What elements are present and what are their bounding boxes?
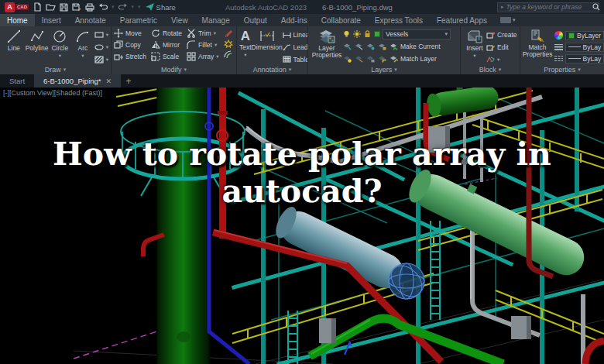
move-button[interactable]: Move: [114, 28, 146, 39]
tab-view[interactable]: View: [164, 14, 195, 26]
color-wheel-icon[interactable]: [554, 31, 563, 39]
offset-icon[interactable]: [224, 50, 233, 59]
rotate-button[interactable]: Rotate: [151, 28, 182, 39]
hatch-dropdown-icon[interactable]: ▾: [106, 57, 108, 63]
drawing-viewport[interactable]: [-][Custom View][Shaded (Fast)]: [0, 88, 604, 364]
lineweight-icon[interactable]: [554, 43, 563, 50]
new-file-icon[interactable]: [33, 2, 42, 12]
circle-button[interactable]: Circle ▾: [48, 28, 71, 64]
create-block-button[interactable]: Create: [486, 30, 517, 40]
hatch-icon[interactable]: [94, 56, 104, 64]
layer-lock-icon[interactable]: [364, 30, 371, 38]
linetype-icon[interactable]: [554, 55, 563, 62]
arc-button[interactable]: Arc ▾: [71, 28, 94, 64]
save-as-icon[interactable]: [72, 3, 81, 12]
viewport-controls[interactable]: [-][Custom View][Shaded (Fast)]: [3, 89, 102, 97]
linetype-dropdown[interactable]: ByLay: [565, 54, 604, 64]
match-layer-button[interactable]: Match Layer: [400, 53, 437, 64]
arc-dropdown-icon[interactable]: ▾: [81, 53, 84, 59]
search-icon[interactable]: [592, 3, 600, 11]
object-color-dropdown[interactable]: ByLayer: [565, 31, 604, 40]
layer-tool-icon[interactable]: [343, 43, 352, 50]
search-input[interactable]: [506, 3, 590, 11]
help-search[interactable]: ▸: [497, 2, 599, 12]
plot-icon[interactable]: [85, 3, 94, 12]
layer-tool-icon[interactable]: [355, 43, 363, 50]
layer-tool-icon[interactable]: [355, 55, 363, 63]
dimension-button[interactable]: Dimension: [252, 28, 283, 64]
layer-tool-icon[interactable]: [378, 43, 386, 50]
share-button[interactable]: Share: [146, 3, 176, 12]
match-properties-button[interactable]: Match Properties: [523, 28, 552, 64]
insert-dropdown-icon[interactable]: ▾: [473, 53, 475, 59]
linear-button[interactable]: Linear▾: [283, 30, 307, 40]
undo-icon[interactable]: [98, 3, 108, 11]
fillet-dropdown-icon[interactable]: ▾: [214, 42, 217, 48]
array-dropdown-icon[interactable]: ▾: [216, 53, 218, 60]
rectangle-dropdown-icon[interactable]: ▾: [106, 32, 108, 38]
tab-start[interactable]: Start: [0, 74, 34, 88]
save-icon[interactable]: [60, 3, 68, 12]
scale-button[interactable]: Scale: [151, 51, 182, 62]
tab-express-tools[interactable]: Express Tools: [368, 14, 430, 26]
redo-icon[interactable]: [118, 3, 128, 11]
copy-button[interactable]: Copy: [114, 39, 146, 50]
block-attributes-icon[interactable]: [486, 56, 495, 63]
fillet-button[interactable]: Fillet▾: [187, 39, 219, 50]
mirror-button[interactable]: Mirror: [151, 39, 182, 50]
ribbon-display-toggle[interactable]: ▾: [494, 14, 522, 26]
insert-button[interactable]: Insert ▾: [463, 28, 486, 64]
tab-featured-apps[interactable]: Featured Apps: [430, 14, 494, 26]
layers-panel-label[interactable]: Layers▾: [308, 64, 460, 74]
qat-customize-icon[interactable]: ▾: [138, 4, 141, 10]
edit-block-button[interactable]: Edit: [486, 43, 517, 53]
tab-collaborate[interactable]: Collaborate: [314, 14, 368, 26]
close-tab-icon[interactable]: ✕: [106, 77, 112, 85]
text-dropdown-icon[interactable]: ▾: [244, 53, 246, 58]
line-button[interactable]: Line: [2, 28, 26, 64]
trim-button[interactable]: Trim▾: [187, 28, 219, 39]
layer-freeze-sun-icon[interactable]: [353, 30, 361, 38]
new-drawing-tab-button[interactable]: +: [121, 74, 136, 88]
redo-dropdown-icon[interactable]: ▾: [132, 4, 135, 10]
text-button[interactable]: A Text ▾: [239, 28, 252, 64]
polyline-button[interactable]: Polyline: [26, 28, 49, 64]
layer-tool-icon[interactable]: [343, 55, 352, 63]
circle-dropdown-icon[interactable]: ▾: [59, 53, 61, 59]
layer-on-bulb-icon[interactable]: [343, 30, 350, 38]
tab-insert[interactable]: Insert: [35, 14, 68, 26]
draw-panel-label[interactable]: Draw▾: [0, 64, 111, 74]
layer-dropdown[interactable]: Vessels ▾: [383, 29, 451, 39]
undo-dropdown-icon[interactable]: ▾: [112, 4, 115, 10]
block-panel-label[interactable]: Block▾: [461, 64, 520, 74]
tab-parametric[interactable]: Parametric: [113, 14, 164, 26]
autocad-logo[interactable]: A CAD: [5, 2, 29, 12]
modify-panel-label[interactable]: Modify▾: [112, 64, 236, 74]
leader-button[interactable]: Leader▾: [283, 43, 307, 53]
layer-tool-icon[interactable]: [366, 43, 375, 50]
make-current-button[interactable]: Make Current: [400, 41, 441, 52]
erase-icon[interactable]: [224, 29, 233, 37]
layer-tool-icon[interactable]: [366, 55, 375, 63]
explode-icon[interactable]: [224, 39, 233, 48]
layer-color-swatch[interactable]: [374, 31, 380, 37]
ellipse-icon[interactable]: [94, 43, 104, 51]
layer-tool-icon[interactable]: [378, 55, 386, 63]
open-folder-icon[interactable]: [46, 3, 56, 12]
tab-home[interactable]: Home: [0, 14, 35, 26]
tab-drawing[interactable]: 6-B-1000_Piping* ✕: [34, 74, 121, 88]
annotation-panel-label[interactable]: Annotation▾: [237, 64, 307, 74]
rectangle-icon[interactable]: [94, 31, 104, 39]
tab-add-ins[interactable]: Add-ins: [274, 14, 314, 26]
search-expand-icon[interactable]: ▸: [501, 4, 504, 10]
stretch-button[interactable]: Stretch: [114, 51, 146, 62]
trim-dropdown-icon[interactable]: ▾: [214, 30, 216, 36]
lineweight-dropdown[interactable]: ByLay: [565, 43, 604, 52]
tab-annotate[interactable]: Annotate: [68, 14, 113, 26]
ellipse-dropdown-icon[interactable]: ▾: [106, 44, 108, 50]
properties-panel-label[interactable]: Properties▾: [520, 64, 604, 74]
array-button[interactable]: Array▾: [187, 51, 219, 62]
table-button[interactable]: Table: [283, 54, 307, 64]
layer-properties-button[interactable]: Layer Properties: [311, 28, 343, 64]
tab-output[interactable]: Output: [237, 14, 274, 26]
